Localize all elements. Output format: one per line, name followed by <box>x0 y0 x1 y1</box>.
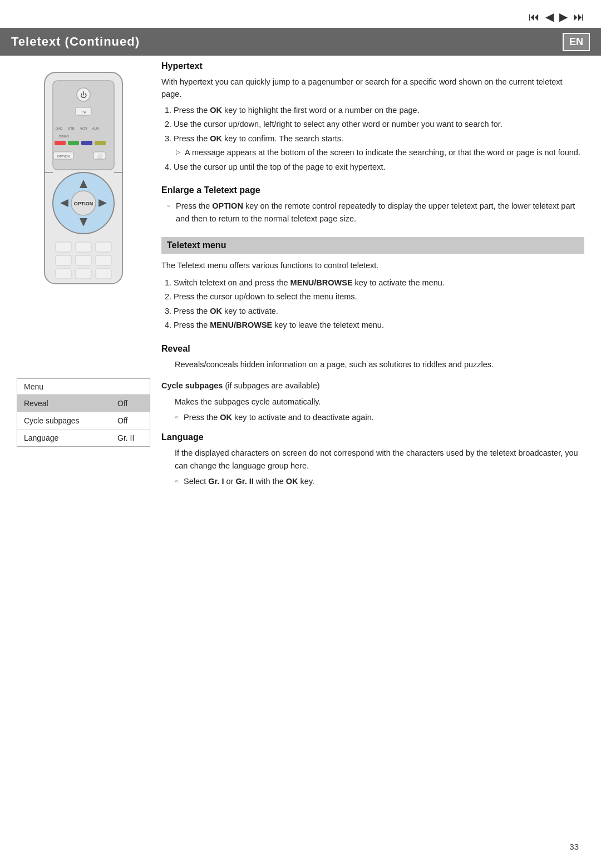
teletext-menu-steps: Switch teletext on and press the MENU/BR… <box>161 277 584 332</box>
page-number: 33 <box>569 842 579 851</box>
menu-language-value: Gr. II <box>111 430 150 446</box>
cycle-subpages-section: Cycle subpages (if subpages are availabl… <box>161 379 584 423</box>
rewind-icon[interactable]: ◀ <box>545 10 554 23</box>
svg-rect-32 <box>56 269 71 279</box>
teletext-menu-step-3: Press the OK key to activate. <box>174 305 584 317</box>
header-bar: Teletext (Continued) EN <box>0 28 601 56</box>
hypertext-step-2: Use the cursor up/down, left/right to se… <box>174 118 584 130</box>
language-bullet: Select Gr. I or Gr. II with the OK key. <box>175 475 584 487</box>
menu-table-header: Menu <box>17 379 150 395</box>
remote-control-image: ⏻ TV DVD STB VCR AUX DEMO OPTION ⬜ <box>33 70 134 305</box>
teletext-menu-section: Teletext menu The Teletext menu offers v… <box>161 237 584 331</box>
svg-rect-33 <box>76 269 91 279</box>
cycle-subpages-bullets: Press the OK key to activate and to deac… <box>161 411 584 423</box>
teletext-menu-step-1: Switch teletext on and press the MENU/BR… <box>174 277 584 289</box>
reveal-body: Reveals/conceals hidden information on a… <box>161 358 584 371</box>
language-section: Language If the displayed characters on … <box>161 432 584 487</box>
teletext-menu-title: Teletext menu <box>161 237 584 254</box>
skip-forward-icon[interactable]: ⏭ <box>573 11 584 23</box>
svg-rect-28 <box>96 242 111 252</box>
hypertext-step-4: Use the cursor up until the top of the p… <box>174 161 584 173</box>
svg-rect-12 <box>68 141 79 145</box>
reveal-text: Reveals/conceals hidden information on a… <box>161 358 584 371</box>
hypertext-section: Hypertext With hypertext you can quickly… <box>161 61 584 173</box>
teletext-menu-step-4: Press the MENU/BROWSE key to leave the t… <box>174 319 584 331</box>
svg-rect-34 <box>96 269 111 279</box>
page-title: Teletext (Continued) <box>11 34 140 49</box>
menu-language-label: Language <box>17 430 111 446</box>
right-content-column: Hypertext With hypertext you can quickly… <box>161 61 584 500</box>
reveal-section: Reveal Reveals/conceals hidden informati… <box>161 344 584 371</box>
teletext-menu-table: Menu Reveal Off Cycle subpages Off Langu… <box>17 378 150 447</box>
svg-text:DVD: DVD <box>56 127 63 130</box>
forward-icon[interactable]: ▶ <box>559 10 568 23</box>
nav-icons: ⏮ ◀ ▶ ⏭ <box>529 10 584 23</box>
svg-text:AUX: AUX <box>92 127 99 130</box>
svg-text:VCR: VCR <box>80 127 87 130</box>
svg-rect-29 <box>56 255 71 265</box>
cycle-subpages-bullet: Press the OK key to activate and to deac… <box>175 411 584 423</box>
svg-rect-26 <box>56 242 71 252</box>
hypertext-intro: With hypertext you can quickly jump to a… <box>161 76 584 173</box>
svg-text:⏻: ⏻ <box>80 91 87 99</box>
svg-text:STB: STB <box>68 127 75 130</box>
menu-cycle-value: Off <box>111 412 150 429</box>
svg-text:DEMO: DEMO <box>59 135 69 138</box>
menu-cycle-label: Cycle subpages <box>17 412 111 429</box>
teletext-menu-step-2: Press the cursor up/down to select the m… <box>174 290 584 303</box>
svg-rect-14 <box>95 141 106 145</box>
hypertext-title: Hypertext <box>161 61 584 71</box>
hypertext-step-1: Press the OK key to highlight the first … <box>174 104 584 116</box>
hypertext-step-3-sub: A message appears at the bottom of the s… <box>174 146 584 159</box>
svg-text:TV: TV <box>81 110 87 115</box>
language-body: If the displayed characters on screen do… <box>161 447 584 487</box>
teletext-menu-intro: The Teletext menu offers various functio… <box>161 259 584 272</box>
enlarge-bullets: Press the OPTION key on the remote contr… <box>161 200 584 225</box>
reveal-title: Reveal <box>161 344 584 354</box>
hypertext-steps: Press the OK key to highlight the first … <box>161 104 584 173</box>
svg-rect-27 <box>76 242 91 252</box>
enlarge-bullet-1: Press the OPTION key on the remote contr… <box>167 200 584 225</box>
enlarge-title: Enlarge a Teletext page <box>161 185 584 195</box>
teletext-menu-body: The Teletext menu offers various functio… <box>161 259 584 331</box>
svg-rect-31 <box>96 255 111 265</box>
skip-back-icon[interactable]: ⏮ <box>529 11 540 23</box>
hypertext-intro-text: With hypertext you can quickly jump to a… <box>161 76 584 101</box>
cycle-subpages-heading: Cycle subpages (if subpages are availabl… <box>161 379 584 392</box>
menu-reveal-value: Off <box>111 395 150 412</box>
svg-text:⬜: ⬜ <box>97 153 102 159</box>
menu-table-row-reveal: Reveal Off <box>17 395 150 412</box>
cycle-subpages-text: Makes the subpages cycle automatically. <box>161 396 584 408</box>
cycle-subpages-body: Cycle subpages (if subpages are availabl… <box>161 379 584 423</box>
remote-illustration-area: ⏻ TV DVD STB VCR AUX DEMO OPTION ⬜ <box>17 61 150 305</box>
enlarge-section: Enlarge a Teletext page Press the OPTION… <box>161 185 584 225</box>
enlarge-body: Press the OPTION key on the remote contr… <box>161 200 584 225</box>
language-title: Language <box>161 432 584 442</box>
menu-reveal-label: Reveal <box>17 395 111 412</box>
svg-text:OPTION: OPTION <box>57 155 70 158</box>
language-text: If the displayed characters on screen do… <box>161 447 584 472</box>
svg-rect-11 <box>55 141 66 145</box>
svg-rect-30 <box>76 255 91 265</box>
hypertext-step-3: Press the OK key to confirm. The search … <box>174 132 584 159</box>
hypertext-step-3-sub-item: A message appears at the bottom of the s… <box>176 146 584 159</box>
menu-table-row-cycle: Cycle subpages Off <box>17 412 150 430</box>
svg-text:OPTION: OPTION <box>74 201 93 206</box>
menu-table-row-language: Language Gr. II <box>17 430 150 446</box>
svg-rect-13 <box>81 141 92 145</box>
language-badge: EN <box>563 33 590 51</box>
language-bullets: Select Gr. I or Gr. II with the OK key. <box>161 475 584 487</box>
